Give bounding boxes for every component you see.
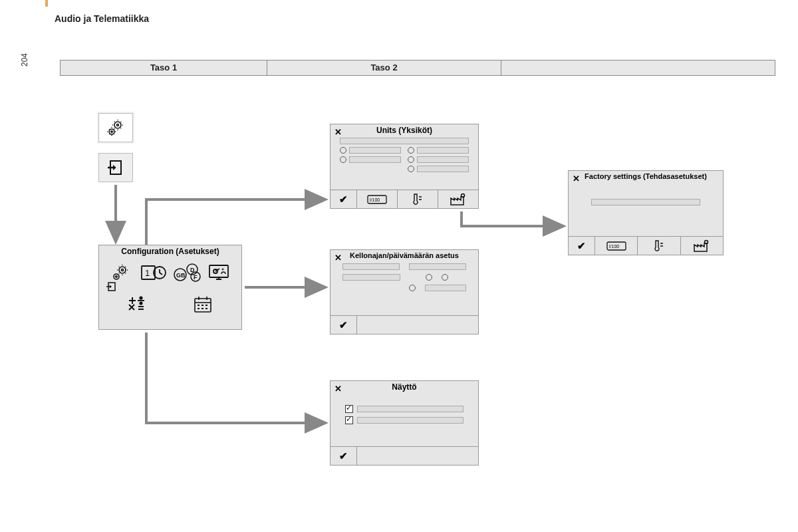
calendar-icon [193,295,214,314]
factory-panel[interactable]: ✕ Factory settings (Tehdasasetukset) ✔ l… [568,170,724,255]
factory-icon [450,193,467,206]
check-icon: ✔ [339,450,348,462]
display-panel[interactable]: ✕ Näyttö ✔ [330,380,479,466]
mpg-icon: l/100 [606,240,626,252]
confirm-button[interactable]: ✔ [331,316,357,334]
svg-marker-23 [110,285,112,289]
display-footer: ✔ [331,446,478,465]
field-bar [357,417,464,424]
field-bar [409,263,466,270]
factory-button[interactable] [681,237,723,255]
language-icon: GBDF [173,263,201,283]
exit-icon-button[interactable] [98,153,133,182]
settings-icon-button[interactable] [98,113,133,142]
field-bar [349,156,401,163]
svg-point-0 [114,122,121,128]
field-bar [349,147,401,154]
svg-point-8 [116,276,117,277]
field-bar [357,406,464,412]
datetime-title: Kellonajan/päivämäärän asetus [331,250,478,261]
close-icon[interactable]: ✕ [334,384,342,394]
svg-point-26 [462,194,465,197]
checkbox-row[interactable] [340,416,469,424]
radio-icon[interactable] [340,147,346,154]
gear-icon [109,263,132,283]
confirm-button[interactable]: ✔ [569,237,595,255]
page-number: 204 [20,53,29,66]
factory-footer: ✔ l/100 [569,236,723,255]
datetime-panel[interactable]: ✕ Kellonajan/päivämäärän asetus ✔ [330,249,479,334]
svg-text:1: 1 [145,268,150,278]
level-3-header [501,60,775,76]
units-title: Units (Yksiköt) [331,124,478,136]
radio-icon[interactable] [408,166,414,172]
page-title: Audio ja Telematiikka [55,13,149,24]
field-bar [417,166,469,172]
svg-point-5 [119,267,126,273]
svg-point-21 [140,302,142,304]
config-units-icon[interactable] [122,293,152,316]
exit-small-icon [106,281,116,295]
close-icon[interactable]: ✕ [334,253,342,263]
temperature-button[interactable] [638,237,680,255]
svg-marker-4 [113,165,116,170]
radio-icon[interactable] [408,156,414,163]
units-footer: ✔ l/100 [331,190,478,208]
radio-icon[interactable] [409,285,416,291]
svg-rect-18 [209,265,228,277]
display-title: Näyttö [331,381,478,393]
svg-point-1 [117,124,119,126]
svg-text:F: F [194,274,198,281]
datetime-footer: ✔ [331,315,478,334]
close-icon[interactable]: ✕ [573,174,580,184]
svg-point-2 [109,129,114,134]
units-panel[interactable]: ✕ Units (Yksiköt) ✔ l/100 [330,124,479,209]
temperature-icon [409,193,426,206]
configuration-icon-grid: 1 GBDF [104,261,237,316]
margin-accent [45,0,48,7]
mpg-button[interactable]: l/100 [595,237,638,255]
radio-icon[interactable] [426,274,432,281]
svg-point-3 [111,131,112,132]
factory-nav-button[interactable] [438,190,478,208]
config-datetime-icon[interactable]: 1 [138,261,169,284]
config-calendar-icon[interactable] [188,293,219,316]
mpg-icon: l/100 [367,194,387,205]
config-language-icon[interactable]: GBDF [172,261,202,284]
level-1-header: Taso 1 [60,60,267,76]
radio-icon[interactable] [408,147,414,154]
svg-point-29 [705,240,708,243]
checkbox-icon [345,405,353,413]
config-gear-icon[interactable] [105,261,136,284]
close-icon[interactable]: ✕ [334,127,342,137]
check-icon: ✔ [339,319,348,331]
factory-icon [693,239,710,253]
check-icon: ✔ [577,240,586,252]
math-ops-icon [126,295,148,314]
radio-icon[interactable] [442,274,448,281]
field-bar [340,138,469,144]
temperature-button[interactable] [398,190,438,208]
field-bar [342,263,400,270]
config-display-icon[interactable] [205,261,235,284]
radio-icon[interactable] [340,156,346,163]
checkbox-row[interactable] [340,405,469,413]
check-icon: ✔ [339,194,348,205]
footer-spacer [357,447,478,465]
svg-point-20 [140,297,142,299]
field-bar [417,147,469,154]
confirm-button[interactable]: ✔ [331,447,357,465]
svg-text:GB: GB [176,272,186,279]
svg-text:l/100: l/100 [370,198,380,202]
svg-point-6 [122,269,124,271]
factory-title: Factory settings (Tehdasasetukset) [569,171,723,182]
temperature-icon [650,239,668,253]
checkbox-icon [345,416,353,424]
configuration-panel[interactable]: Configuration (Asetukset) 1 GBDF [98,245,242,330]
mpg-button[interactable]: l/100 [357,190,398,208]
calendar-clock-icon: 1 [140,263,167,282]
configuration-title: Configuration (Asetukset) [99,245,241,257]
field-bar [342,274,400,281]
confirm-button[interactable]: ✔ [331,190,357,208]
footer-spacer [357,316,478,334]
